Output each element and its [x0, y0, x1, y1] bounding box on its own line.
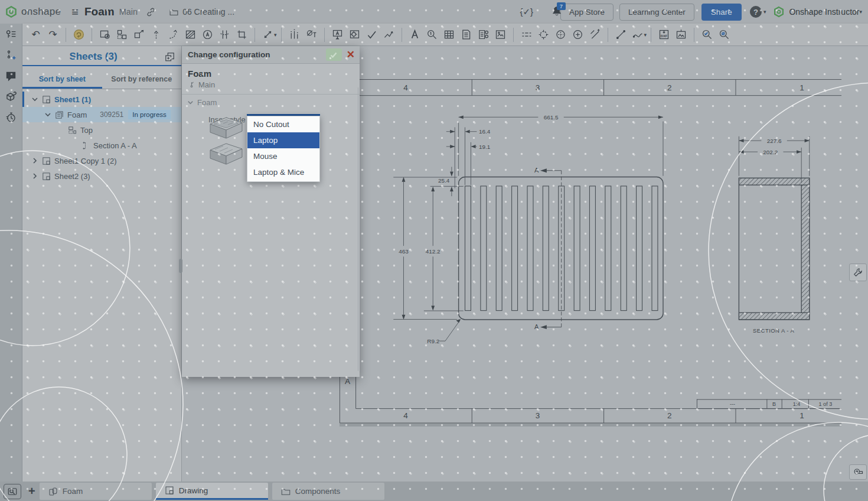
- add-tab-button[interactable]: +: [28, 484, 35, 498]
- circle-centerline-icon[interactable]: [552, 27, 569, 43]
- tree-item-top-view[interactable]: Top: [22, 122, 181, 138]
- svg-text:1: 1: [800, 411, 804, 420]
- chevron-down-icon[interactable]: [187, 99, 195, 107]
- chamfer-note-icon[interactable]: [586, 27, 603, 43]
- learning-center-button[interactable]: Learning Center: [619, 4, 694, 21]
- folder-icon: [169, 7, 179, 17]
- tab-preview-icon[interactable]: [4, 484, 21, 499]
- part-help-icon[interactable]: [5, 90, 17, 103]
- app-store-button[interactable]: App Store: [560, 4, 614, 21]
- svg-text:661.5: 661.5: [544, 114, 559, 121]
- main-view[interactable]: [459, 177, 663, 320]
- comments-icon[interactable]: [5, 70, 17, 82]
- tree-item-sheet2[interactable]: Sheet2 (3): [22, 168, 181, 184]
- measure-check-icon[interactable]: [699, 27, 716, 43]
- dialog-close-button[interactable]: ✕: [347, 50, 355, 60]
- detail-view-icon[interactable]: [199, 27, 216, 43]
- dimension-caret-icon[interactable]: ▾: [274, 32, 277, 38]
- auto-balloon-icon[interactable]: [475, 27, 492, 43]
- zone-labels: 4 3 2 1 4 3 2 1 A: [345, 83, 804, 420]
- add-sheet-icon[interactable]: [164, 51, 175, 63]
- note-icon[interactable]: [329, 27, 346, 43]
- text-tool-icon[interactable]: [406, 27, 423, 43]
- broken-view-icon[interactable]: [216, 27, 233, 43]
- ordinate-dimension-icon[interactable]: [286, 27, 303, 43]
- workspace-name[interactable]: Main: [119, 7, 138, 17]
- redo-icon[interactable]: ↷: [44, 27, 61, 43]
- drawing-toolbar: ↶ ↷ ▾ ▾ DXF: [22, 24, 868, 46]
- surface-finish-icon[interactable]: [380, 27, 397, 43]
- tree-item-sheet1-copy[interactable]: Sheet1 Copy 1 (2): [22, 153, 181, 168]
- update-views-icon[interactable]: [70, 27, 87, 43]
- centerline-icon[interactable]: [518, 27, 535, 43]
- user-name[interactable]: Onshape Instructor: [789, 7, 859, 17]
- svg-text:227.6: 227.6: [767, 138, 782, 144]
- help-icon[interactable]: ?: [750, 6, 762, 18]
- chevron-down-icon[interactable]: [31, 95, 39, 103]
- branch-icon: [188, 81, 195, 89]
- measure-zoom-icon[interactable]: [716, 27, 733, 43]
- document-menu-icon[interactable]: ≡: [71, 5, 79, 19]
- version-link-icon[interactable]: [146, 7, 156, 17]
- versions-icon[interactable]: [5, 49, 17, 61]
- view-settings-button[interactable]: [849, 263, 867, 281]
- tree-item-sheet1[interactable]: Sheet1 (1): [22, 92, 181, 107]
- option-mouse[interactable]: Mouse: [247, 148, 319, 164]
- move-view-icon[interactable]: [148, 27, 165, 43]
- svg-text:202.2: 202.2: [763, 149, 778, 155]
- notifications-bell-icon[interactable]: 7: [550, 5, 563, 18]
- option-laptop-and-mice[interactable]: Laptop & Mice: [247, 164, 319, 180]
- sheets-list-icon[interactable]: [5, 28, 17, 41]
- table-icon[interactable]: [440, 27, 458, 43]
- svg-text:R9.2: R9.2: [427, 338, 439, 344]
- chevron-right-icon[interactable]: [31, 157, 39, 165]
- align-view-icon[interactable]: [165, 27, 182, 43]
- undo-icon[interactable]: ↶: [27, 27, 44, 43]
- dialog-scrollbar[interactable]: [358, 87, 358, 371]
- option-no-cutout[interactable]: No Cutout: [247, 116, 319, 132]
- folder-name[interactable]: 06 Creating ...: [182, 7, 234, 17]
- tab-drawing[interactable]: Drawing: [156, 483, 268, 500]
- export-dxf-icon[interactable]: DXF: [655, 27, 673, 43]
- share-button[interactable]: Share: [701, 4, 742, 21]
- dialog-header[interactable]: Change configuration ✕: [182, 46, 360, 64]
- tab-foam[interactable]: Foam: [40, 483, 152, 500]
- crop-view-icon[interactable]: [233, 27, 250, 43]
- diameter-dimension-icon[interactable]: [303, 27, 320, 43]
- checked-dimension-icon[interactable]: [363, 27, 380, 43]
- spline-caret-icon[interactable]: ▾: [644, 32, 647, 38]
- section-line[interactable]: A A: [534, 167, 562, 330]
- insert-view-icon[interactable]: [96, 27, 113, 43]
- option-laptop[interactable]: Laptop: [247, 132, 319, 148]
- panel-resize-handle[interactable]: [179, 259, 182, 273]
- sheet-sort-tabs: Sort by sheet Sort by reference: [22, 71, 181, 89]
- projected-views-icon[interactable]: [113, 27, 130, 43]
- measure-button[interactable]: [849, 464, 867, 480]
- export-image-icon[interactable]: [673, 27, 690, 43]
- balloon-icon[interactable]: [346, 27, 363, 43]
- find-annotation-icon[interactable]: [423, 27, 440, 43]
- user-menu-caret-icon: ▾: [859, 9, 862, 15]
- svg-text:3: 3: [536, 83, 540, 92]
- svg-text:A: A: [534, 323, 539, 330]
- chevron-down-icon[interactable]: [44, 110, 52, 119]
- tab-sort-by-sheet[interactable]: Sort by sheet: [22, 71, 102, 89]
- history-icon[interactable]: [5, 111, 17, 123]
- chevron-right-icon[interactable]: [31, 172, 39, 180]
- tab-sort-by-reference[interactable]: Sort by reference: [102, 71, 182, 89]
- auxiliary-view-icon[interactable]: [130, 27, 148, 43]
- center-mark-icon[interactable]: [535, 27, 552, 43]
- tree-item-section-view[interactable]: Section A - A: [22, 138, 181, 153]
- tab-components[interactable]: Components: [272, 483, 384, 500]
- section-view-icon[interactable]: [182, 27, 199, 43]
- bom-table-icon[interactable]: [458, 27, 475, 43]
- section-view[interactable]: [739, 178, 809, 320]
- featurescript-icon[interactable]: {✓}: [520, 6, 533, 17]
- onshape-logo-icon: [5, 5, 18, 18]
- dialog-accept-button[interactable]: [326, 48, 342, 61]
- svg-text:19.1: 19.1: [479, 144, 491, 150]
- tree-item-foam-view[interactable]: Foam 309251 In progress: [22, 107, 181, 122]
- image-table-icon[interactable]: [492, 27, 509, 43]
- line-tool-icon[interactable]: [612, 27, 629, 43]
- circle-mark-icon[interactable]: [569, 27, 586, 43]
